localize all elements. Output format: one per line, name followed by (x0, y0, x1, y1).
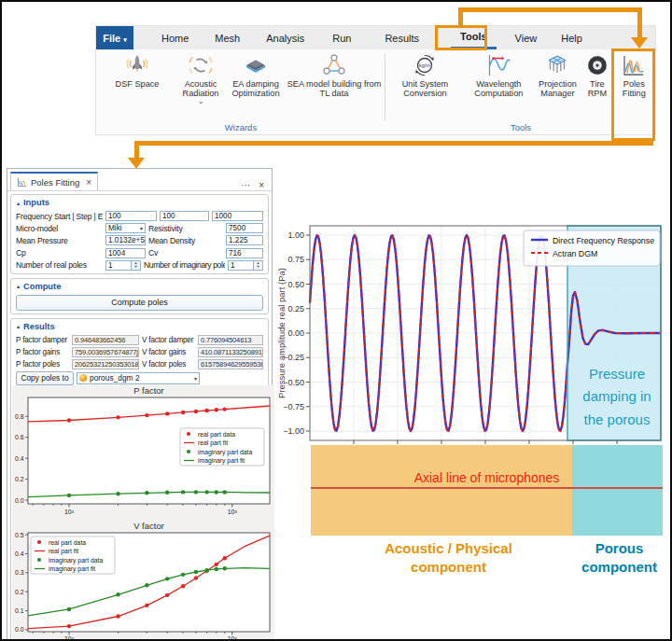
cv-input[interactable]: 716 (226, 248, 263, 258)
acoustic-component-bar (311, 445, 572, 536)
rocket-icon (125, 51, 149, 79)
tab-results[interactable]: Results (375, 26, 428, 49)
frequency-label: Frequency Start | Step | End (16, 212, 103, 221)
chevron-down-icon[interactable]: ⌄ (198, 99, 204, 105)
tire-rpm-button[interactable]: Tire RPM (581, 49, 614, 99)
spin-down-icon[interactable]: ▼ (254, 265, 262, 270)
svg-text:10³: 10³ (228, 635, 238, 641)
frequency-start-input[interactable]: 100 (105, 211, 157, 221)
ea-damping-button[interactable]: EA damping Optimization (226, 49, 286, 99)
panel-tab-poles-fitting[interactable]: Poles Fitting × (10, 172, 98, 190)
poles-fitting-panel: Poles Fitting × ··· × ▴ Inputs Frequency… (7, 168, 273, 640)
compute-header-label: Compute (23, 282, 61, 291)
copy-poles-button[interactable]: Copy poles to (16, 371, 74, 385)
svg-text:0.4: 0.4 (15, 454, 24, 461)
mean-pressure-input[interactable]: 1.0132e+5 (105, 235, 146, 245)
tab-home[interactable]: Home (152, 26, 198, 49)
v-poles-label: V factor poles (142, 360, 195, 369)
wavelength-label: Wavelength Computation (463, 79, 535, 99)
tab-mesh[interactable]: Mesh (205, 26, 249, 49)
microphone-line (311, 487, 663, 489)
panel-close-icon[interactable]: × (259, 180, 264, 190)
tab-analysis[interactable]: Analysis (257, 26, 314, 49)
tab-view[interactable]: View (506, 26, 547, 49)
sea-model-icon (322, 51, 346, 79)
real-poles-value: 1 (106, 261, 131, 270)
chevron-down-icon: ▾ (140, 225, 143, 231)
annotation-arrow-segment (637, 7, 642, 38)
group-separator (385, 53, 385, 120)
svg-text:−0.75: −0.75 (283, 402, 304, 411)
frequency-end-input[interactable]: 1000 (212, 211, 263, 221)
svg-text:10³: 10³ (228, 509, 238, 515)
p-gains-value: 759.0036957674877j)] (72, 347, 139, 357)
chevron-down-icon: ▾ (194, 375, 197, 382)
micro-model-select[interactable]: Miki ▾ (105, 223, 146, 233)
results-section: ▴ Results P factor damper 0.946483662456… (10, 318, 269, 641)
ribbon: File ▾ Home Mesh Analysis Run Results To… (95, 25, 656, 135)
inputs-header-label: Inputs (23, 198, 49, 207)
p-damper-label: P factor damper (16, 336, 69, 344)
tire-rpm-label: Tire RPM (581, 79, 614, 99)
sea-model-button[interactable]: SEA model building from TL data (286, 49, 383, 99)
svg-text:V factor: V factor (133, 522, 164, 531)
annotation-arrowhead (631, 37, 648, 49)
v-poles-value: 61575894629559536j)] (198, 359, 263, 369)
svg-text:0.2: 0.2 (15, 476, 24, 482)
ribbon-tab-bar: File ▾ Home Mesh Analysis Run Results To… (96, 26, 655, 49)
tab-close-icon[interactable]: × (86, 177, 91, 188)
svg-text:0.00: 0.00 (287, 328, 304, 338)
panel-tab-title: Poles Fitting (31, 177, 79, 188)
compute-section-header[interactable]: ▴ Compute (11, 279, 268, 294)
svg-text:imaginary part fit: imaginary part fit (198, 457, 245, 465)
mean-density-input[interactable]: 1.225 (226, 235, 263, 245)
svg-text:Pressure amplitude real part (: Pressure amplitude real part (Pa) (276, 268, 287, 398)
v-gains-value: 410.0871133250891j)] (198, 347, 263, 357)
unit-system-button[interactable]: kg/m Unit System Conversion (387, 49, 463, 99)
frequency-step-input[interactable]: 100 (160, 211, 209, 221)
chevron-down-icon: ▾ (123, 36, 127, 44)
acoustic-radiation-button[interactable]: Acoustic Radiation ⌄ (175, 49, 226, 105)
acoustic-radiation-label: Acoustic Radiation (175, 79, 226, 99)
imaginary-poles-stepper[interactable]: 1 ▲▼ (228, 260, 263, 271)
svg-text:0.0: 0.0 (15, 496, 24, 503)
tab-help[interactable]: Help (552, 26, 592, 49)
acoustic-component-label: Acoustic / Physical component (375, 539, 522, 578)
panel-overflow-icon[interactable]: ··· (241, 180, 250, 190)
projection-manager-label: Projection Manager (535, 79, 581, 99)
copy-target-select[interactable]: porous_dgm 2 ▾ (77, 372, 200, 384)
svg-text:0.5: 0.5 (15, 531, 24, 537)
resistivity-input[interactable]: 7500 (226, 223, 263, 233)
annotation-arrow-segment (458, 7, 642, 12)
svg-text:0.50: 0.50 (287, 280, 304, 289)
dsf-space-button[interactable]: DSF Space (99, 49, 175, 89)
collapse-icon: ▴ (17, 200, 20, 206)
svg-text:1.00: 1.00 (287, 230, 304, 240)
cp-input[interactable]: 1004 (105, 248, 146, 258)
svg-text:0.8: 0.8 (15, 412, 24, 419)
svg-text:real part fit: real part fit (198, 439, 228, 447)
tab-run[interactable]: Run (323, 26, 360, 49)
svg-text:Direct Frequency Response: Direct Frequency Response (553, 236, 654, 245)
imaginary-poles-label: Number of imaginary poles (144, 260, 225, 270)
v-damper-label: V factor damper (142, 336, 195, 344)
mean-pressure-label: Mean Pressure (16, 236, 103, 245)
svg-text:Actran DGM: Actran DGM (553, 249, 597, 258)
svg-text:10²: 10² (64, 635, 75, 641)
svg-text:0.25: 0.25 (287, 304, 304, 314)
spin-down-icon[interactable]: ▼ (132, 265, 140, 270)
p-gains-label: P factor gains (16, 348, 69, 356)
projection-manager-button[interactable]: Projection Manager (535, 49, 581, 99)
inputs-section-header[interactable]: ▴ Inputs (11, 195, 268, 210)
cp-label: Cp (16, 248, 103, 258)
annotation-arrow-segment (134, 141, 139, 159)
file-menu-button[interactable]: File ▾ (96, 26, 133, 49)
panel-tab-bar: Poles Fitting × ··· × (7, 169, 272, 191)
poles-fitting-tab-icon (17, 177, 27, 188)
screenshot-root: File ▾ Home Mesh Analysis Run Results To… (0, 0, 672, 641)
wavelength-button[interactable]: Wavelength Computation (463, 49, 535, 99)
results-section-header[interactable]: ▴ Results (11, 319, 268, 334)
compute-poles-button[interactable]: Compute poles (16, 295, 263, 311)
svg-text:kg/m: kg/m (419, 63, 430, 68)
real-poles-stepper[interactable]: 1 ▲▼ (105, 260, 141, 271)
